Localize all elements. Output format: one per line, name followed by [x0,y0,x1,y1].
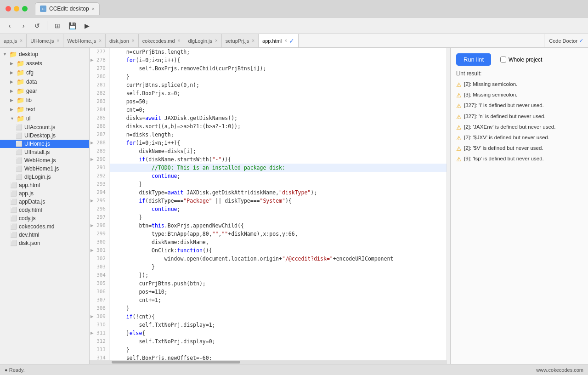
code-line-282: 282 self.BoxPrjs.x=0; [90,89,450,97]
file-tab-close[interactable]: × [57,38,60,43]
file-tab-close[interactable]: × [178,38,181,43]
play-icon[interactable]: ▶ [80,19,93,32]
code-doctor-tab[interactable]: Code Doctor ✓ [544,34,588,47]
code-editor[interactable]: 277 n=curPrjBtns.length; ▶ 278 for(i=0;i… [90,48,450,364]
traffic-lights [6,6,28,11]
file-tab-close[interactable]: × [132,38,135,43]
file-tab-uihome-js[interactable]: UIHome.js × [27,34,63,47]
statusbar-url: www.cokecodes.com [536,367,583,373]
sidebar-item-cody-html[interactable]: ⬜ cody.html [0,206,89,214]
sidebar-item-appdata[interactable]: ⬜ appData.js [0,198,89,206]
js-file-icon: ⬜ [16,157,23,164]
whole-project-checkbox[interactable] [500,57,506,62]
sidebar-item-label: UIInstall.js [24,149,50,155]
file-tab-dlglogin-js[interactable]: dlgLogin.js × [184,34,221,47]
folder-icon: 📁 [17,97,24,104]
whole-project-checkbox-label[interactable]: Whole project [500,57,542,63]
scrollbar-thumb[interactable] [112,361,240,364]
sidebar-item-app-html[interactable]: ⬜ app.html [0,181,89,189]
sidebar-item-assets[interactable]: ▶ 📁 assets [0,59,89,68]
sidebar-item-uihome[interactable]: ⬜ UIHome.js [0,140,89,148]
file-tab-webhome-js[interactable]: WebHome.js × [63,34,106,47]
code-line-286: 286 disks.sort((a,b)=>a>b?1:(b>a?-1:0)); [90,122,450,131]
code-line-292: 292 continue; [90,172,450,180]
lint-item-text: [327]: 'n' is defined but never used. [464,113,546,120]
statusbar: ● Ready. www.cokecodes.com [0,364,588,375]
file-sidebar: ▼ 📁 desktop ▶ 📁 assets ▶ 📁 cfg ▶ 📁 data … [0,48,90,364]
code-line-283: 283 pos=50; [90,97,450,106]
forward-button[interactable]: › [17,20,29,32]
file-tab-app-js[interactable]: app.js × [0,34,27,47]
save-icon[interactable]: 💾 [66,19,79,32]
maximize-button[interactable] [22,6,28,11]
warning-icon: ⚠ [456,113,462,121]
code-line-306: 306 pos+=110; [90,288,450,296]
code-line-312: 312 self.TxtNoPrj.display=0; [90,337,450,346]
sidebar-item-dev-html[interactable]: ⬜ dev.html [0,231,89,239]
sidebar-item-cfg[interactable]: ▶ 📁 cfg [0,68,89,77]
lint-item-text: [2]: '$V' is defined but never used. [464,144,543,152]
browser-tab[interactable]: C CCEdit: desktop × [35,2,100,15]
expand-arrow-icon: ▶ [10,70,15,75]
sidebar-item-webhome1[interactable]: ⬜ WebHome1.js [0,165,89,173]
code-line-308: 308 } [90,304,450,312]
file-tab-close[interactable]: × [284,38,287,43]
refresh-button[interactable]: ↺ [31,20,43,32]
close-button[interactable] [6,6,11,11]
grid-icon[interactable]: ⊞ [51,19,64,32]
folder-icon: 📁 [17,115,24,122]
sidebar-item-disk-json[interactable]: ⬜ disk.json [0,239,89,247]
sidebar-item-webhome[interactable]: ⬜ WebHome.js [0,156,89,165]
code-doctor-label: Code Doctor [549,38,577,44]
sidebar-item-desktop[interactable]: ▼ 📁 desktop [0,50,89,59]
lint-item-text: [2]: Missing semicolon. [464,80,517,88]
file-tab-close[interactable]: × [215,38,218,43]
run-lint-button[interactable]: Run lint [456,53,491,66]
sidebar-item-ui[interactable]: ▼ 📁 ui [0,114,89,123]
sidebar-item-cokecodes-md[interactable]: ⬜ cokecodes.md [0,222,89,231]
file-tab-disk-json[interactable]: disk.json × [106,34,139,47]
sidebar-item-dlglogin[interactable]: ⬜ dlgLogin.js [0,173,89,181]
code-line-279: 279 self.BoxPrjs.removeChild(curPrjBtns[… [90,64,450,73]
sidebar-item-label: dev.html [19,232,39,238]
expand-arrow-icon: ▶ [10,80,15,84]
sidebar-item-label: appData.js [19,199,45,205]
lint-panel: Run lint Whole project Lint result: ⚠ [2… [450,48,588,364]
code-line-307: 307 cnt+=1; [90,296,450,304]
file-tab-cokecodes-md[interactable]: cokecodes.md × [139,34,185,47]
sidebar-item-label: data [26,79,37,85]
lint-item-1: ⚠ [3]: Missing semicolon. [456,91,582,100]
file-tab-setupprj-js[interactable]: setupPrj.js × [222,34,259,47]
back-button[interactable]: ‹ [4,20,16,32]
js-file-icon: ⬜ [16,124,23,131]
sidebar-item-text[interactable]: ▶ 📁 text [0,105,89,114]
sidebar-item-label: app.html [19,182,40,188]
js-file-icon: ⬜ [16,141,23,147]
code-line-297: 297 } [90,213,450,222]
sidebar-item-label: UIAccount.js [24,124,55,131]
sidebar-item-lib[interactable]: ▶ 📁 lib [0,96,89,105]
sidebar-item-cody-js[interactable]: ⬜ cody.js [0,214,89,222]
file-tab-close[interactable]: × [252,38,254,43]
lint-item-text: [327]: 'i' is defined but never used. [464,102,544,109]
sidebar-item-data[interactable]: ▶ 📁 data [0,77,89,86]
expand-arrow-icon: ▼ [3,52,7,57]
code-line-289: 289 diskName=disks[i]; [90,147,450,155]
file-tab-close[interactable]: × [20,38,23,43]
js-file-icon: ⬜ [10,199,17,205]
horizontal-scrollbar[interactable] [90,360,447,364]
sidebar-item-app-js[interactable]: ⬜ app.js [0,189,89,198]
browser-tab-close[interactable]: × [92,6,95,11]
sidebar-item-uiinstall[interactable]: ⬜ UIInstall.js [0,148,89,156]
sidebar-item-uiaccount[interactable]: ⬜ UIAccount.js [0,123,89,131]
file-tab-app-html[interactable]: app.html × ✓ [259,34,299,47]
sidebar-item-uidesktop[interactable]: ⬜ UIDesktop.js [0,131,89,140]
lint-result-label: Lint result: [456,70,582,77]
file-tab-close[interactable]: × [99,38,102,43]
tab-check-icon: ✓ [289,37,294,45]
js-file-icon: ⬜ [16,132,23,139]
sidebar-item-label: assets [26,60,42,67]
sidebar-item-gear[interactable]: ▶ 📁 gear [0,86,89,96]
minimize-button[interactable] [14,6,19,11]
code-line-310: 310 self.TxtNoPrj.display=1; [90,321,450,329]
